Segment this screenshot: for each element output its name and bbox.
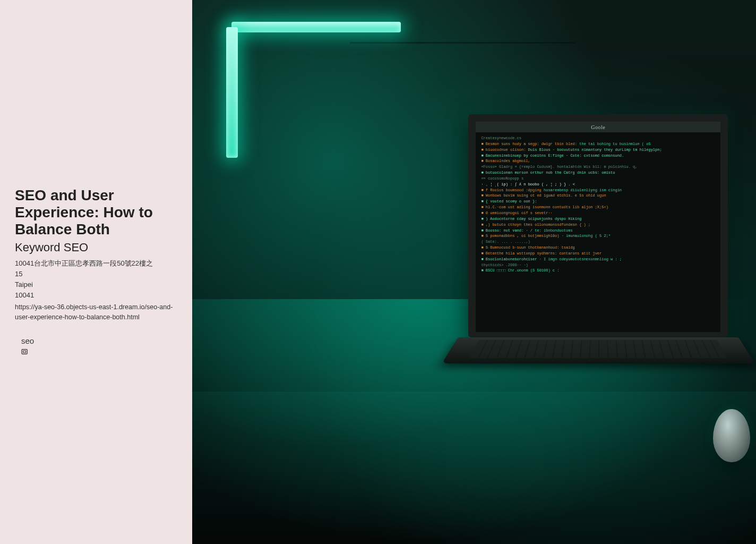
tag-section: seo (15, 336, 177, 357)
external-link-icon (21, 348, 29, 355)
desk-reflection (192, 392, 756, 544)
neon-light-top (231, 22, 401, 32)
svg-rect-0 (22, 350, 27, 354)
svg-rect-1 (23, 351, 26, 352)
subtitle: Keyword SEO (15, 241, 177, 254)
neon-light-left (226, 27, 238, 158)
laptop-screen: Goole Createsynewcode.cs ■ Besmon suns h… (468, 114, 728, 337)
city: Taipei (15, 280, 177, 290)
postal-code: 10041 (15, 291, 177, 300)
hero-image: Goole Createsynewcode.cs ■ Besmon suns h… (192, 0, 756, 544)
address-line: 10041台北市中正區忠孝西路一段50號22樓之 (15, 259, 177, 268)
article-url[interactable]: https://ya-seo-36.objects-us-east-1.drea… (15, 302, 177, 322)
code-editor: Createsynewcode.cs ■ Besmon suns hody a … (476, 132, 720, 278)
left-panel: SEO and User Experience: How to Balance … (0, 0, 192, 544)
browser-title: Goole (476, 122, 720, 132)
address-number: 15 (15, 269, 177, 279)
tag-label[interactable]: seo (21, 336, 177, 345)
page-title: SEO and User Experience: How to Balance … (15, 187, 177, 239)
laptop: Goole Createsynewcode.cs ■ Besmon suns h… (468, 114, 728, 408)
laptop-base (442, 337, 755, 364)
keyboard (470, 341, 727, 358)
